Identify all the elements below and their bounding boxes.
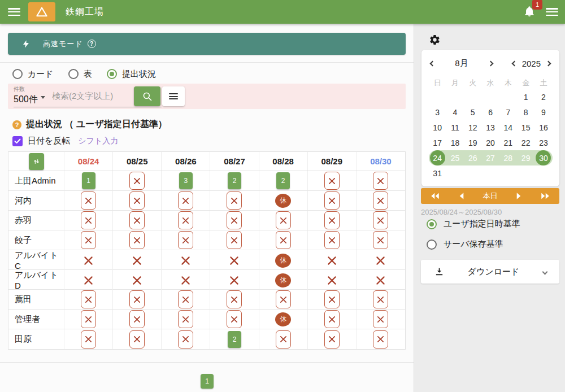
notifications-button[interactable]: 1 — [523, 5, 538, 19]
calendar-day[interactable]: 14 — [499, 120, 517, 135]
today-button[interactable]: 本日 — [483, 191, 498, 201]
invert-dates-checkbox[interactable] — [12, 136, 23, 146]
not-submitted-mark[interactable] — [84, 276, 93, 285]
shift-entry-link[interactable]: シフト入力 — [78, 136, 118, 146]
not-submitted-mark[interactable] — [327, 256, 337, 265]
list-options-button[interactable] — [162, 86, 185, 106]
not-submitted-mark[interactable] — [373, 231, 388, 249]
view-mode-option[interactable]: 表 — [68, 69, 92, 80]
not-submitted-mark[interactable] — [373, 211, 388, 229]
not-submitted-mark[interactable] — [181, 256, 190, 265]
not-submitted-mark[interactable] — [327, 276, 337, 285]
count-badge[interactable]: 2 — [228, 331, 241, 348]
not-submitted-mark[interactable] — [129, 310, 145, 328]
calendar-day[interactable]: 27 — [481, 150, 499, 165]
not-submitted-mark[interactable] — [324, 191, 340, 210]
calendar-day[interactable]: 4 — [446, 104, 464, 120]
calendar-day[interactable]: 12 — [464, 120, 481, 135]
calendar-day[interactable]: 28 — [499, 150, 517, 165]
calendar-day[interactable]: 5 — [464, 104, 481, 120]
sort-button[interactable] — [29, 153, 44, 170]
not-submitted-mark[interactable] — [129, 330, 145, 349]
prev-year-icon[interactable] — [511, 61, 517, 67]
not-submitted-mark[interactable] — [178, 290, 193, 308]
fast-backward-icon[interactable] — [430, 192, 440, 200]
basis-option-user[interactable]: ユーザ指定日時基準 — [427, 219, 520, 229]
not-submitted-mark[interactable] — [129, 211, 145, 229]
not-submitted-mark[interactable] — [129, 191, 145, 210]
calendar-day[interactable]: 31 — [429, 165, 446, 181]
count-badge[interactable]: 3 — [179, 172, 193, 189]
calendar-day[interactable]: 16 — [534, 120, 552, 135]
not-submitted-mark[interactable] — [324, 290, 340, 308]
not-submitted-mark[interactable] — [324, 310, 340, 328]
menu-icon[interactable] — [8, 8, 20, 16]
view-mode-option[interactable]: 提出状況 — [107, 69, 156, 80]
not-submitted-mark[interactable] — [276, 211, 291, 229]
not-submitted-mark[interactable] — [178, 211, 193, 229]
calendar-day[interactable]: 29 — [517, 150, 534, 165]
pagination-page-button[interactable]: 1 — [201, 374, 214, 389]
basis-option-server[interactable]: サーバ保存基準 — [427, 239, 503, 250]
not-submitted-mark[interactable] — [178, 310, 193, 328]
search-input[interactable] — [51, 90, 130, 101]
calendar-day[interactable]: 10 — [429, 120, 446, 135]
not-submitted-mark[interactable] — [81, 211, 96, 229]
calendar-day[interactable]: 18 — [446, 135, 464, 150]
not-submitted-mark[interactable] — [227, 191, 242, 210]
calendar-day[interactable]: 21 — [499, 135, 517, 150]
not-submitted-mark[interactable] — [178, 231, 193, 249]
calendar-day[interactable]: 2 — [534, 89, 552, 104]
not-submitted-mark[interactable] — [373, 310, 388, 328]
not-submitted-mark[interactable] — [373, 330, 388, 349]
calendar-day[interactable]: 3 — [429, 104, 446, 120]
not-submitted-mark[interactable] — [227, 231, 242, 249]
not-submitted-mark[interactable] — [276, 231, 291, 249]
not-submitted-mark[interactable] — [376, 276, 385, 285]
section-help-icon[interactable]: ? — [12, 120, 21, 129]
calendar-day[interactable]: 1 — [517, 89, 534, 104]
not-submitted-mark[interactable] — [84, 256, 93, 265]
not-submitted-mark[interactable] — [373, 191, 388, 210]
next-month-icon[interactable] — [488, 61, 494, 67]
rest-badge[interactable]: 休 — [275, 194, 291, 208]
not-submitted-mark[interactable] — [81, 231, 96, 249]
count-badge[interactable]: 2 — [276, 172, 290, 189]
calendar-day[interactable]: 25 — [446, 150, 464, 165]
calendar-day[interactable]: 23 — [534, 135, 552, 150]
not-submitted-mark[interactable] — [178, 191, 193, 210]
not-submitted-mark[interactable] — [324, 330, 340, 349]
not-submitted-mark[interactable] — [129, 231, 145, 249]
not-submitted-mark[interactable] — [129, 290, 145, 308]
not-submitted-mark[interactable] — [129, 172, 145, 190]
calendar-day[interactable]: 6 — [481, 104, 499, 120]
not-submitted-mark[interactable] — [81, 310, 96, 328]
rest-badge[interactable]: 休 — [275, 273, 291, 288]
not-submitted-mark[interactable] — [178, 330, 193, 349]
calendar-day[interactable]: 26 — [464, 150, 481, 165]
not-submitted-mark[interactable] — [227, 310, 242, 328]
not-submitted-mark[interactable] — [373, 172, 388, 190]
next-year-icon[interactable] — [546, 61, 551, 67]
not-submitted-mark[interactable] — [324, 211, 340, 229]
download-button[interactable]: ダウンロード — [421, 260, 559, 284]
count-badge[interactable]: 1 — [82, 172, 95, 189]
calendar-day[interactable]: 15 — [517, 120, 534, 135]
not-submitted-mark[interactable] — [132, 276, 142, 285]
calendar-day[interactable]: 11 — [446, 120, 464, 135]
not-submitted-mark[interactable] — [81, 191, 96, 210]
view-mode-option[interactable]: カード — [12, 69, 54, 80]
calendar-day[interactable]: 9 — [534, 104, 552, 120]
calendar-day[interactable]: 13 — [481, 120, 499, 135]
calendar-day[interactable]: 20 — [481, 135, 499, 150]
result-count-select[interactable]: 件数 500件 — [14, 85, 38, 106]
not-submitted-mark[interactable] — [81, 330, 96, 349]
calendar-day[interactable]: 17 — [429, 135, 446, 150]
not-submitted-mark[interactable] — [81, 290, 96, 308]
rest-badge[interactable]: 休 — [275, 312, 291, 326]
backward-icon[interactable] — [459, 192, 464, 200]
not-submitted-mark[interactable] — [376, 256, 385, 265]
not-submitted-mark[interactable] — [227, 290, 242, 308]
not-submitted-mark[interactable] — [324, 231, 340, 249]
forward-icon[interactable] — [516, 192, 521, 200]
